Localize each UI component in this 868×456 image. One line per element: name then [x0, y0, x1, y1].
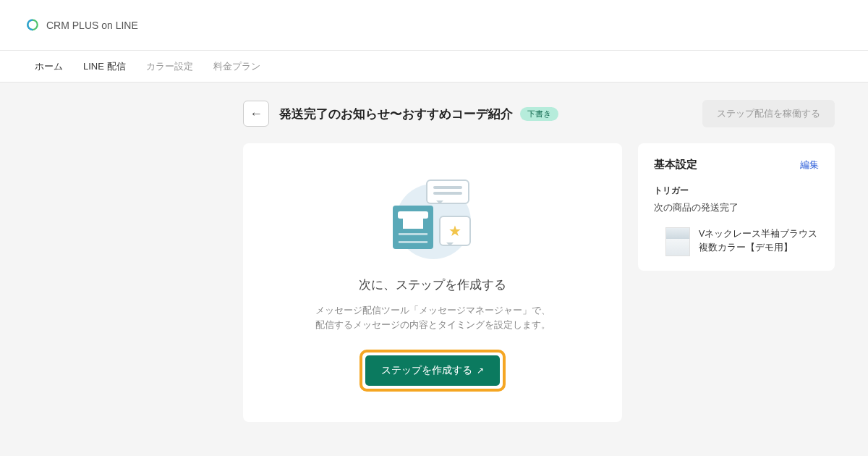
trigger-label: トリガー — [654, 185, 819, 197]
activate-step-button[interactable]: ステップ配信を稼働する — [702, 100, 835, 127]
page-title: 発送完了のお知らせ〜おすすめコーデ紹介 — [279, 106, 513, 122]
product-thumbnail — [665, 227, 690, 256]
status-badge: 下書き — [520, 107, 558, 121]
main-card: ★ 次に、ステップを作成する メッセージ配信ツール「メッセージマネージャー」で、… — [243, 143, 622, 422]
edit-link[interactable]: 編集 — [800, 159, 819, 172]
create-step-label: ステップを作成する — [381, 364, 472, 377]
brand-logo[interactable]: CRM PLUS on LINE — [26, 19, 138, 32]
settings-title: 基本設定 — [654, 158, 697, 172]
brand-name: CRM PLUS on LINE — [46, 20, 138, 31]
navbar: ホーム LINE 配信 カラー設定 料金プラン — [0, 51, 868, 83]
settings-card: 基本設定 編集 トリガー 次の商品の発送完了 Vネックレース半袖ブラウス複数カラ… — [638, 143, 835, 271]
empty-state-title: 次に、ステップを作成する — [359, 276, 506, 293]
page-header: ← 発送完了のお知らせ〜おすすめコーデ紹介 下書き ステップ配信を稼働する — [243, 100, 835, 127]
external-link-icon: ↗ — [477, 366, 484, 376]
star-icon: ★ — [448, 222, 461, 240]
nav-color-settings[interactable]: カラー設定 — [146, 60, 193, 73]
trigger-description: 次の商品の発送完了 — [654, 201, 819, 214]
nav-line-delivery[interactable]: LINE 配信 — [83, 60, 126, 73]
page-body: ← 発送完了のお知らせ〜おすすめコーデ紹介 下書き ステップ配信を稼働する ★ … — [0, 83, 868, 439]
highlighted-button-frame: ステップを作成する ↗ — [359, 350, 506, 392]
arrow-left-icon: ← — [250, 106, 263, 122]
back-button[interactable]: ← — [243, 101, 269, 127]
nav-home[interactable]: ホーム — [35, 60, 63, 73]
nav-pricing-plan[interactable]: 料金プラン — [213, 60, 260, 73]
topbar: CRM PLUS on LINE — [0, 0, 868, 51]
settings-card-header: 基本設定 編集 — [654, 158, 819, 172]
product-name: Vネックレース半袖ブラウス複数カラー【デモ用】 — [699, 227, 819, 255]
create-step-button[interactable]: ステップを作成する ↗ — [365, 355, 500, 386]
product-row: Vネックレース半袖ブラウス複数カラー【デモ用】 — [654, 227, 819, 256]
empty-state-description: メッセージ配信ツール「メッセージマネージャー」で、 配信するメッセージの内容とタ… — [315, 303, 550, 332]
line-logo-icon — [26, 19, 39, 32]
empty-state-illustration: ★ — [386, 174, 480, 261]
content-row: ★ 次に、ステップを作成する メッセージ配信ツール「メッセージマネージャー」で、… — [243, 143, 835, 422]
